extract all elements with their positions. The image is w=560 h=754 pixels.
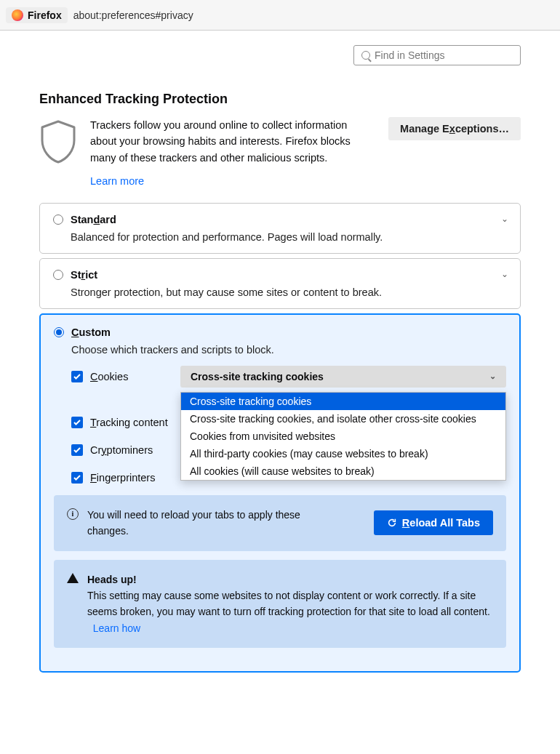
option-title: Strict bbox=[71, 269, 97, 281]
custom-row-cookies: Cookies Cross-site tracking cookies ⌄ Cr… bbox=[71, 366, 506, 388]
dropdown-option[interactable]: All third-party cookies (may cause websi… bbox=[181, 445, 505, 462]
dropdown-option[interactable]: Cross-site tracking cookies bbox=[181, 393, 505, 410]
dropdown-option[interactable]: Cross-site tracking cookies, and isolate… bbox=[181, 410, 505, 428]
radio-strict[interactable] bbox=[53, 270, 63, 280]
checkbox-label: Cryptominers bbox=[90, 444, 153, 456]
search-input[interactable]: Find in Settings bbox=[353, 45, 521, 65]
checkbox-label: Tracking content bbox=[90, 417, 168, 428]
radio-custom[interactable] bbox=[54, 327, 64, 337]
option-desc: Balanced for protection and performance.… bbox=[71, 231, 507, 243]
checkbox-tracking[interactable] bbox=[71, 417, 83, 428]
etp-learn-more-link[interactable]: Learn more bbox=[90, 175, 144, 187]
radio-standard[interactable] bbox=[53, 214, 63, 225]
etp-option-custom: Custom Choose which trackers and scripts… bbox=[39, 313, 521, 673]
reload-all-tabs-button[interactable]: Reload All Tabs bbox=[374, 510, 493, 535]
chevron-down-icon[interactable]: ⌄ bbox=[501, 269, 508, 279]
firefox-logo-icon bbox=[12, 9, 23, 21]
checkbox-cookies[interactable] bbox=[71, 371, 83, 382]
etp-option-standard[interactable]: Standard Balanced for protection and per… bbox=[39, 203, 521, 254]
select-value: Cross-site tracking cookies bbox=[191, 371, 324, 382]
reload-notice: i You will need to reload your tabs to a… bbox=[54, 495, 506, 551]
checkbox-label: Cookies bbox=[90, 371, 128, 382]
reload-icon bbox=[387, 518, 397, 528]
shield-icon bbox=[39, 117, 77, 166]
option-title: Standard bbox=[71, 214, 116, 225]
warning-icon bbox=[67, 571, 79, 583]
checkbox-fingerprinters[interactable] bbox=[71, 472, 83, 484]
app-chip: Firefox bbox=[6, 7, 68, 23]
warning-text: This setting may cause some websites to … bbox=[87, 590, 490, 617]
cookies-dropdown: Cross-site tracking cookies Cross-site t… bbox=[180, 392, 506, 481]
info-icon: i bbox=[67, 507, 79, 520]
etp-description: Trackers follow you around online to col… bbox=[90, 117, 375, 166]
chevron-down-icon: ⌄ bbox=[489, 372, 496, 381]
url-text: about:preferences#privacy bbox=[73, 9, 193, 21]
heads-up-warning: Heads up! This setting may cause some we… bbox=[54, 560, 506, 649]
dropdown-option[interactable]: All cookies (will cause websites to brea… bbox=[181, 462, 505, 480]
search-icon bbox=[361, 51, 370, 60]
warning-title: Heads up! bbox=[87, 574, 137, 585]
chevron-down-icon[interactable]: ⌄ bbox=[501, 214, 508, 224]
option-title: Custom bbox=[71, 326, 111, 338]
option-desc: Stronger protection, but may cause some … bbox=[71, 286, 507, 298]
manage-exceptions-button[interactable]: Manage Exceptions… bbox=[388, 117, 521, 140]
reload-notice-text: You will need to reload your tabs to app… bbox=[87, 507, 320, 540]
search-placeholder: Find in Settings bbox=[375, 49, 445, 61]
option-desc: Choose which trackers and scripts to blo… bbox=[71, 344, 506, 356]
window-titlebar: Firefox about:preferences#privacy bbox=[0, 0, 560, 31]
dropdown-option[interactable]: Cookies from unvisited websites bbox=[181, 428, 505, 445]
checkbox-label: Fingerprinters bbox=[90, 472, 155, 484]
warning-learn-how-link[interactable]: Learn how bbox=[93, 622, 140, 634]
etp-option-strict[interactable]: Strict Stronger protection, but may caus… bbox=[39, 258, 521, 309]
app-name: Firefox bbox=[28, 9, 62, 21]
section-heading-etp: Enhanced Tracking Protection bbox=[39, 92, 521, 107]
cookies-select[interactable]: Cross-site tracking cookies ⌄ Cross-site… bbox=[180, 366, 506, 388]
checkbox-cryptominers[interactable] bbox=[71, 444, 83, 456]
